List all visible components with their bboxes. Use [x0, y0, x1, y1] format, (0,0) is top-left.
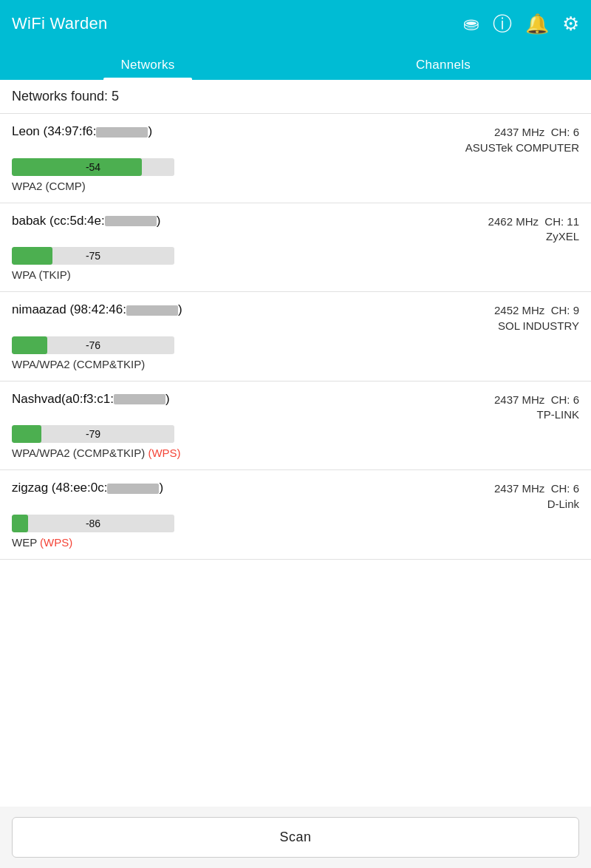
network-manufacturer: ASUSTek COMPUTER — [465, 141, 579, 154]
network-security: WPA2 (CCMP) — [12, 180, 579, 192]
tab-channels[interactable]: Channels — [296, 47, 591, 80]
mac-blur — [126, 305, 178, 316]
mac-blur — [114, 394, 165, 404]
help-icon[interactable]: ⓘ — [493, 14, 512, 33]
network-name: babak (cc:5d:4e: ) — [12, 214, 160, 228]
app-header: WiFi Warden ⛂ ⓘ 🔔 ⚙ — [0, 0, 591, 47]
wps-badge: (WPS) — [40, 536, 72, 549]
signal-bar: -75 — [12, 247, 174, 265]
signal-bar: -86 — [12, 515, 174, 532]
network-manufacturer: SOL INDUSTRY — [494, 319, 579, 332]
network-freq-ch: 2452 MHz CH: 9 — [494, 302, 579, 319]
tab-networks[interactable]: Networks — [0, 47, 296, 80]
network-name: Leon (34:97:f6: ) — [12, 124, 152, 138]
signal-value: -75 — [12, 247, 174, 265]
settings-icon[interactable]: ⚙ — [562, 14, 579, 33]
network-security: WEP (WPS) — [12, 536, 579, 549]
network-security: WPA/WPA2 (CCMP&TKIP) — [12, 358, 579, 370]
network-freq-ch: 2437 MHz CH: 6 — [494, 392, 579, 409]
wps-badge: (WPS) — [148, 447, 180, 459]
signal-bar: -76 — [12, 336, 174, 354]
app-title: WiFi Warden — [12, 14, 108, 33]
header-icon-group: ⛂ ⓘ 🔔 ⚙ — [463, 14, 579, 33]
signal-value: -54 — [12, 158, 174, 176]
network-freq-ch: 2437 MHz CH: 6 — [494, 481, 579, 498]
signal-value: -79 — [12, 425, 174, 443]
mac-blur — [96, 127, 148, 138]
network-list: Leon (34:97:f6: ) 2437 MHz CH: 6 ASUSTek… — [0, 114, 591, 807]
network-name: Nashvad(a0:f3:c1: ) — [12, 392, 170, 406]
list-item[interactable]: zigzag (48:ee:0c: ) 2437 MHz CH: 6 D-Lin… — [0, 470, 591, 560]
list-item[interactable]: Nashvad(a0:f3:c1: ) 2437 MHz CH: 6 TP-LI… — [0, 382, 591, 471]
network-name: zigzag (48:ee:0c: ) — [12, 481, 163, 495]
bottom-bar: Scan — [0, 807, 591, 868]
network-manufacturer: D-Link — [494, 498, 579, 510]
network-security: WPA (TKIP) — [12, 268, 579, 281]
signal-value: -86 — [12, 515, 174, 532]
signal-bar: -79 — [12, 425, 174, 443]
list-item[interactable]: Leon (34:97:f6: ) 2437 MHz CH: 6 ASUSTek… — [0, 114, 591, 203]
list-item[interactable]: nimaazad (98:42:46: ) 2452 MHz CH: 9 SOL… — [0, 292, 591, 382]
network-freq-ch: 2437 MHz CH: 6 — [465, 124, 579, 141]
scan-button[interactable]: Scan — [12, 817, 579, 858]
networks-count: Networks found: 5 — [0, 80, 591, 114]
network-manufacturer: ZyXEL — [488, 230, 579, 243]
notification-icon[interactable]: 🔔 — [525, 14, 549, 33]
signal-value: -76 — [12, 336, 174, 354]
network-name: nimaazad (98:42:46: ) — [12, 302, 182, 316]
mac-blur — [105, 216, 157, 226]
tab-bar: Networks Channels — [0, 47, 591, 80]
list-item[interactable]: babak (cc:5d:4e: ) 2462 MHz CH: 11 ZyXEL… — [0, 203, 591, 293]
network-freq-ch: 2462 MHz CH: 11 — [488, 214, 579, 231]
mac-blur — [107, 484, 159, 494]
signal-bar: -54 — [12, 158, 174, 176]
network-security: WPA/WPA2 (CCMP&TKIP) (WPS) — [12, 447, 579, 459]
network-manufacturer: TP-LINK — [494, 408, 579, 421]
key-icon[interactable]: ⛂ — [463, 14, 479, 33]
